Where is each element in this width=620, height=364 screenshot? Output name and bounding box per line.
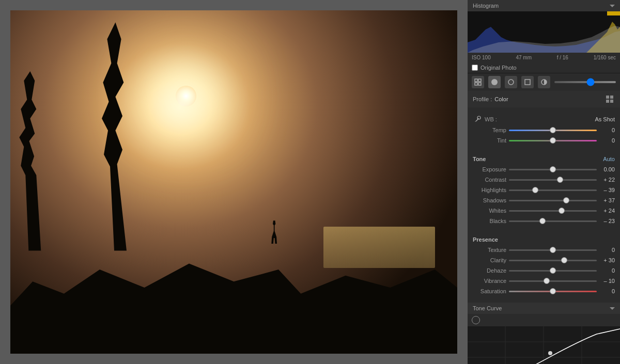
presence-sliders-label-2: Dehaze [473, 267, 506, 274]
svg-rect-13 [610, 100, 613, 103]
wb-main-row: WB : As Shot [468, 114, 620, 125]
presence-sliders-label-3: Vibrance [473, 278, 506, 284]
tint-thumb[interactable] [550, 137, 556, 144]
tone-curve-circle-btn[interactable] [472, 316, 480, 324]
svg-rect-1 [607, 11, 620, 15]
presence-sliders-track-1 [509, 260, 597, 261]
tone-sliders-thumb-2[interactable] [532, 187, 538, 193]
tone-sliders-row-5: Blacks– 23 [468, 216, 620, 226]
presence-sliders-track-0 [509, 249, 597, 251]
profile-label: Profile : [473, 96, 492, 102]
presence-sliders-track-container-4 [509, 287, 597, 295]
view-tool-half-circle-btn[interactable] [538, 76, 550, 88]
presence-sliders-value-3: – 10 [599, 278, 615, 284]
profile-grid-button[interactable] [605, 94, 615, 104]
wb-eyedropper-btn[interactable] [473, 115, 482, 124]
presence-sliders-thumb-2[interactable] [550, 267, 556, 274]
tone-sliders-track-container-5 [509, 217, 597, 225]
temp-label: Temp [473, 127, 506, 133]
profile-value[interactable]: Color [494, 96, 508, 102]
presence-sliders-label-0: Texture [473, 247, 506, 253]
presence-sliders-thumb-3[interactable] [544, 278, 550, 284]
temp-slider-row: Temp 0 [468, 125, 620, 135]
svg-rect-8 [525, 80, 530, 85]
presence-sliders-thumb-0[interactable] [550, 247, 556, 253]
tone-curve-canvas [468, 326, 620, 364]
sun-element [176, 86, 196, 106]
tone-title: Tone [473, 156, 486, 162]
presence-sliders-track-container-2 [509, 266, 597, 275]
right-panel: Histogram ISO 100 47 mm f / 16 1/ [468, 0, 620, 364]
focal-length-value: 47 mm [516, 55, 532, 60]
person-silhouette [270, 220, 279, 244]
view-tool-square-btn[interactable] [521, 76, 534, 88]
view-tool-circle-btn[interactable] [488, 76, 501, 88]
tone-auto-button[interactable]: Auto [603, 156, 615, 162]
svg-point-7 [508, 80, 514, 85]
presence-sliders-value-4: 0 [599, 288, 615, 294]
presence-title: Presence [473, 236, 498, 243]
wb-value[interactable]: As Shot [595, 116, 615, 122]
tone-sliders-label-2: Highlights [473, 187, 506, 193]
svg-rect-2 [475, 79, 477, 82]
photo-area [0, 0, 468, 364]
svg-point-6 [491, 79, 498, 85]
temp-thumb[interactable] [550, 127, 556, 133]
photo-background [10, 10, 457, 354]
tone-sliders-value-0: 0.00 [599, 166, 615, 172]
aperture-value: f / 16 [557, 55, 568, 60]
histogram-svg [468, 11, 620, 53]
histogram-header: Histogram [468, 0, 620, 11]
tone-sliders-row-4: Whites+ 24 [468, 205, 620, 216]
tone-sliders-value-2: – 39 [599, 187, 615, 193]
histogram-collapse-icon[interactable] [610, 5, 615, 7]
tone-sliders-row-1: Contrast+ 22 [468, 175, 620, 185]
tint-label: Tint [473, 137, 506, 144]
tool-slider[interactable] [554, 81, 616, 83]
view-tool-grid-btn[interactable] [472, 76, 484, 88]
tone-curve-header: Tone Curve [468, 303, 620, 314]
tone-sliders-thumb-1[interactable] [557, 177, 563, 183]
tone-sliders-thumb-3[interactable] [563, 197, 569, 203]
view-tools [468, 73, 620, 91]
tone-sliders-track-5 [509, 220, 597, 222]
presence-sliders-thumb-4[interactable] [550, 288, 556, 294]
presence-sliders-thumb-1[interactable] [561, 257, 567, 263]
presence-sliders-track-2 [509, 270, 597, 272]
original-photo-row: Original Photo [468, 62, 620, 73]
tint-value: 0 [599, 137, 615, 144]
histogram-canvas [468, 11, 620, 53]
svg-rect-4 [475, 83, 477, 85]
tone-curve-svg [468, 326, 620, 364]
svg-rect-12 [606, 100, 609, 103]
svg-rect-5 [478, 83, 481, 85]
original-photo-label: Original Photo [481, 65, 517, 71]
tone-sliders: Exposure0.00Contrast+ 22Highlights– 39Sh… [468, 164, 620, 226]
tone-sliders-thumb-0[interactable] [550, 166, 556, 172]
tone-curve-collapse-icon[interactable] [610, 307, 615, 310]
tone-sliders-value-1: + 22 [599, 177, 615, 183]
tone-sliders-value-4: + 24 [599, 208, 615, 214]
tone-sliders-value-3: + 37 [599, 197, 615, 203]
tone-sliders-thumb-5[interactable] [539, 218, 546, 224]
original-photo-checkbox[interactable] [472, 65, 478, 71]
wb-label: WB : [485, 116, 497, 122]
presence-sliders-row-0: Texture0 [468, 245, 620, 255]
temp-value: 0 [599, 127, 615, 133]
presence-sliders-value-0: 0 [599, 247, 615, 253]
tone-sliders-thumb-4[interactable] [559, 208, 565, 214]
presence-sliders-row-4: Saturation0 [468, 286, 620, 296]
tone-sliders-label-1: Contrast [473, 177, 506, 183]
tone-curve-section: Tone Curve [468, 303, 620, 364]
presence-sliders-value-1: + 30 [599, 257, 615, 263]
presence-sliders-track-container-1 [509, 256, 597, 264]
tone-sliders-track-0 [509, 169, 597, 170]
tint-slider-row: Tint 0 [468, 135, 620, 146]
presence-sliders: Texture0Clarity+ 30Dehaze0Vibrance– 10Sa… [468, 245, 620, 296]
tone-sliders-row-2: Highlights– 39 [468, 185, 620, 195]
wb-section: WB : As Shot Temp 0 Tint 0 [468, 110, 620, 149]
presence-sliders-track-4 [509, 291, 597, 292]
view-tool-circle-outline-btn[interactable] [505, 76, 517, 88]
presence-sliders-track-container-3 [509, 277, 597, 285]
tone-sliders-track-container-0 [509, 165, 597, 173]
